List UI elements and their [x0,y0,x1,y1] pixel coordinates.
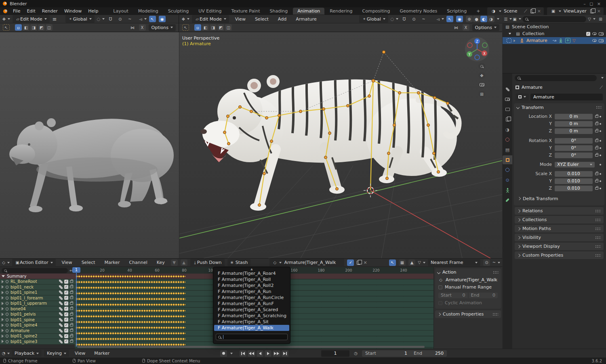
select-mode-subtract-icon[interactable]: ◨ [210,24,217,31]
stopwatch-icon[interactable]: ◷ [352,350,359,357]
rotation-y-field[interactable]: 0° [555,145,593,151]
shading-solid-icon[interactable]: ● [473,16,480,22]
tab-modeling[interactable]: Modeling [134,8,163,15]
shading-rendered-icon[interactable]: ◑ [488,16,494,22]
select-mode-subtract-icon[interactable]: ◨ [30,24,37,31]
playhead-line[interactable] [76,273,77,347]
modifier-wrench-icon[interactable] [59,307,63,311]
channel-row[interactable]: bip01_spine2✓ [0,334,75,339]
modifier-wrench-icon[interactable] [59,280,63,283]
tab-shading[interactable]: Shading [265,8,292,15]
channel-lock-icon[interactable] [70,280,73,283]
panel-collections[interactable]: Collections [515,216,604,224]
editor-type-icon[interactable]: ✥ [3,16,10,22]
active-tool-tweak-icon[interactable]: ↖ [182,24,189,31]
overlays-icon[interactable]: ◉ [159,16,166,22]
action-name-row[interactable]: ◇Armature|Tiger_A_Walk [435,276,501,284]
dropdown-item[interactable]: F Armature|Tiger_A_RunF [214,301,289,307]
tab-constraints-icon[interactable]: ⊙ [503,176,512,184]
select-mode-box-icon[interactable]: ▫ [194,24,201,31]
dropdown-item[interactable]: F Armature|Tiger_A_Sit [214,319,289,325]
select-mode-invert-icon[interactable]: ◩ [217,24,224,31]
close-viewlayer-icon[interactable]: × [597,8,601,14]
only-selected-cursor-icon[interactable]: ↖ [389,259,396,266]
select-mode-intersect-icon[interactable]: ◫ [225,24,232,31]
location-z-field[interactable]: 0 m [555,128,593,134]
lock-icon[interactable] [595,140,598,142]
proportional-edit-icon[interactable]: ⊙ [483,259,490,266]
tab-uv-editing[interactable]: UV Editing [194,8,226,15]
tab-layout[interactable]: Layout [109,8,133,15]
channel-lock-icon[interactable] [70,286,73,288]
animate-dot[interactable] [600,130,601,132]
lock-icon[interactable] [595,173,598,175]
collection-checkbox[interactable]: ✓ [586,32,590,36]
modifier-wrench-icon[interactable] [59,329,63,333]
modifier-wrench-icon[interactable] [59,296,63,300]
tab-physics-icon[interactable] [503,165,512,174]
play-reverse-button[interactable] [257,350,263,357]
snap-target-icon[interactable]: ◌ [97,16,104,22]
tab-render-icon[interactable] [503,95,512,104]
tab-collection-icon[interactable]: ▤ [503,145,512,154]
playback-menu[interactable]: Playback [12,350,42,357]
next-keyframe-button[interactable] [273,350,280,357]
tab-bone-icon[interactable] [503,196,512,205]
panel-custom-properties[interactable]: Custom Properties [515,251,604,259]
channel-enable-checkbox[interactable]: ✓ [64,291,68,295]
outliner-row-scene-collection[interactable]: ▤ Scene Collection [503,23,606,30]
viewlayer-selector[interactable]: ▣ ViewLayer × [547,7,604,15]
tab-view-layer-icon[interactable] [503,115,512,124]
auto-key-caret[interactable] [230,353,233,354]
dropdown-item[interactable]: F Armature|Tiger_A_Roll2 [214,282,289,289]
channel-enable-checkbox[interactable]: ✓ [64,328,68,333]
dropdown-item[interactable]: F Armature|Tiger_A_Run [214,289,289,295]
dropdown-item[interactable]: F Armature|Tiger_A_Roll [214,276,289,282]
tab-texture-paint[interactable]: Texture Paint [227,8,265,15]
tab-world-icon[interactable] [503,135,512,144]
outliner-search-input[interactable] [522,16,586,22]
channel-row[interactable]: Armature✓ [0,328,75,334]
mode-dropdown[interactable]: ▱Edit Mode [13,15,50,23]
move-down-icon[interactable]: ▼ [171,259,178,266]
outliner-row-armature[interactable]: Armature ↝ ▽ [503,37,606,44]
animate-dot[interactable] [600,155,601,156]
channel-lock-icon[interactable] [70,335,73,337]
only-errors-icon[interactable]: ▲ [408,259,415,266]
channel-lock-icon[interactable] [70,329,73,332]
transform-panel-header[interactable]: Transform [514,103,604,111]
menu-view[interactable]: View [232,16,249,23]
dropdown-item[interactable]: F Armature|Tiger_A_RunCircle [214,295,289,301]
channel-enable-checkbox[interactable]: ✓ [64,301,68,305]
jump-to-end-button[interactable] [282,350,288,357]
menu-select[interactable]: Select [78,259,99,266]
copy-viewlayer-icon[interactable] [590,9,594,13]
tab-object-data-icon[interactable] [503,186,512,195]
panel-custom-properties-action[interactable]: Custom Properties [435,310,501,318]
channel-enable-checkbox[interactable]: ✓ [64,323,68,327]
scale-z-field[interactable]: 0.010 [555,186,593,191]
outliner-display-mode-icon[interactable]: ▣ [513,16,520,22]
gizmo-icon[interactable]: ↖ [446,16,453,22]
collection-render-camera-icon[interactable] [599,32,604,36]
tab-compositing[interactable]: Compositing [358,8,395,15]
viewport-left-canvas[interactable] [0,32,179,258]
menu-key[interactable]: Key [154,259,168,266]
channel-lock-icon[interactable] [70,291,73,294]
menu-edit[interactable]: Edit [23,8,38,15]
channel-enable-checkbox[interactable]: ✓ [64,307,68,311]
move-up-icon[interactable]: ▲ [181,259,187,266]
tab-animation[interactable]: Animation [293,8,324,15]
falloff-curve-icon[interactable]: ~ [420,16,427,22]
select-mode-box-icon[interactable]: ▫ [15,24,22,31]
tab-geometry-nodes[interactable]: Geometry Nodes [395,8,442,15]
falloff-curve-icon[interactable]: ~ [126,16,133,22]
animate-dot[interactable] [600,123,601,125]
rotation-z-field[interactable]: 0° [555,153,593,158]
proportional-edit-icon[interactable]: ⊙ [410,16,417,22]
visibility-icon[interactable]: ◅ [437,16,444,22]
lock-icon[interactable] [595,154,598,157]
action-start-field[interactable]: Start0 [438,293,468,298]
menu-marker[interactable]: Marker [101,259,123,266]
blender-menu-logo-icon[interactable] [2,9,8,14]
